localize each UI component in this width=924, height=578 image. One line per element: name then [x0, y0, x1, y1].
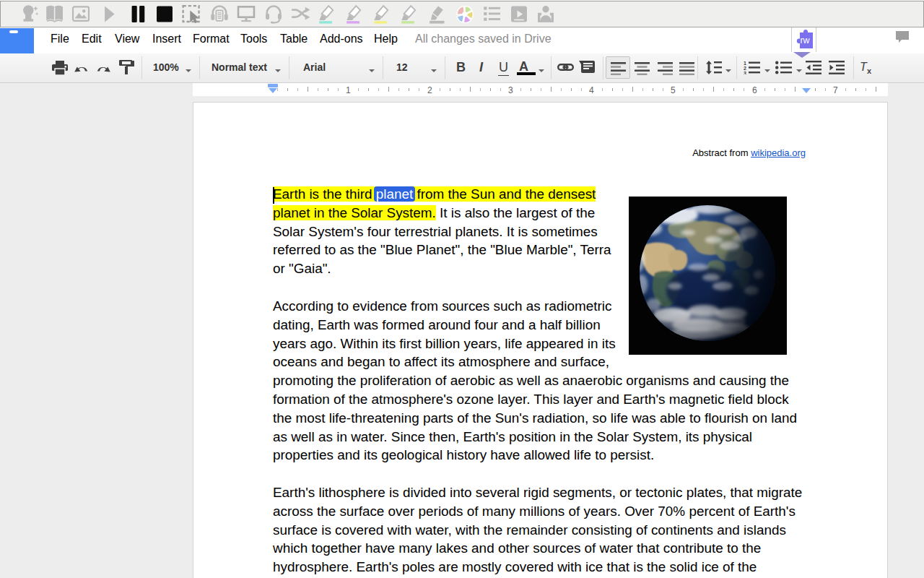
svg-text:3: 3 — [744, 71, 746, 75]
svg-text:1: 1 — [744, 61, 746, 66]
svg-text:rw: rw — [800, 35, 810, 46]
